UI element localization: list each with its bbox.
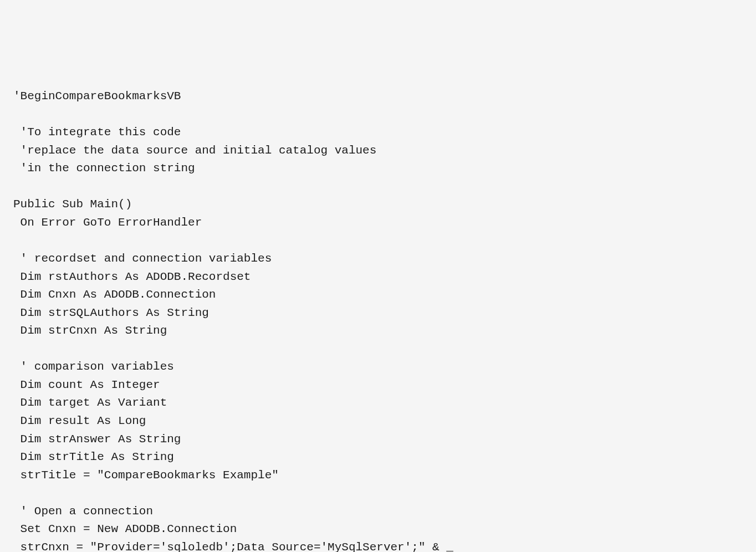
code-line: Dim strTitle As String [13,451,174,463]
code-line: Public Sub Main() [13,198,132,211]
code-line: Dim result As Long [13,415,146,427]
code-line: Dim count As Integer [13,379,160,391]
code-line: strCnxn = "Provider='sqloledb';Data Sour… [13,541,453,552]
code-line: ' recordset and connection variables [13,252,272,265]
code-line: 'replace the data source and initial cat… [13,144,376,157]
code-line: Dim target As Variant [13,396,167,409]
code-line: 'in the connection string [13,162,195,175]
code-line: Dim strCnxn As String [13,324,167,337]
code-line: Dim strAnswer As String [13,433,181,446]
code-line: Dim strSQLAuthors As String [13,306,209,319]
code-line: ' comparison variables [13,360,174,373]
code-line: Dim Cnxn As ADODB.Connection [13,288,216,301]
code-line: Dim rstAuthors As ADODB.Recordset [13,270,251,283]
code-line: ' Open a connection [13,505,153,518]
code-block: 'BeginCompareBookmarksVB 'To integrate t… [13,88,743,552]
code-line: Set Cnxn = New ADODB.Connection [13,523,237,535]
code-line: strTitle = "CompareBookmarks Example" [13,469,279,482]
code-line: 'To integrate this code [13,126,181,139]
code-line: 'BeginCompareBookmarksVB [13,90,181,103]
code-line: On Error GoTo ErrorHandler [13,216,202,229]
